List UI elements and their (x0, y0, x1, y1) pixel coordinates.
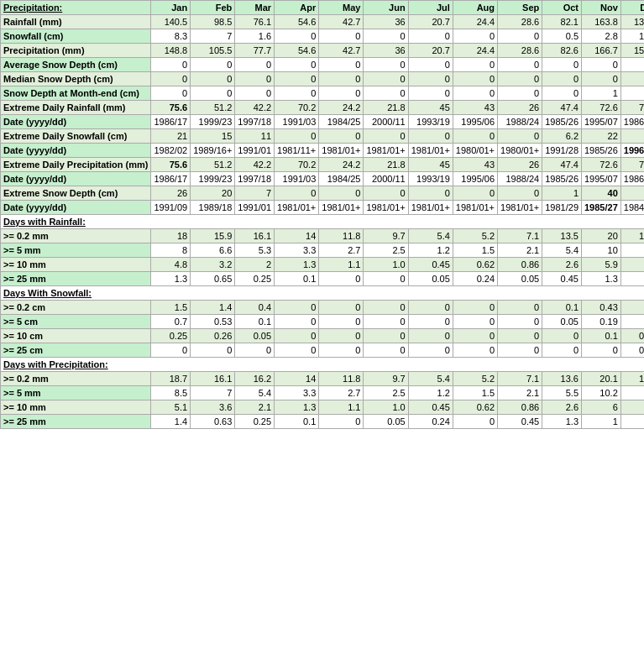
table-cell: 0 (498, 186, 542, 201)
table-cell: 0 (408, 343, 453, 358)
table-cell: 4.8 (620, 258, 644, 272)
table-cell: 1985/26 (582, 144, 621, 158)
table-cell: 11.8 (319, 229, 364, 243)
table-cell: 0 (275, 58, 319, 72)
row-label: >= 0.2 cm (1, 301, 151, 315)
row-label: Date (yyyy/dd) (1, 172, 151, 186)
row-label: Extreme Daily Rainfall (mm) (1, 101, 151, 115)
table-cell: 0.53 (191, 315, 235, 329)
table-cell: 1.2 (408, 243, 453, 258)
table-cell: 7 (191, 29, 235, 44)
table-cell: 1981/29 (542, 201, 582, 215)
table-cell: 1988/24 (498, 172, 542, 186)
table-cell: 0.05 (498, 272, 542, 286)
table-cell: 2.1 (620, 301, 644, 315)
table-cell: 5.4 (408, 372, 453, 386)
table-cell: 42.2 (235, 101, 275, 115)
table-cell: 20 (191, 186, 235, 201)
table-cell: 0 (453, 29, 497, 44)
table-cell: 0.43 (582, 301, 621, 315)
table-cell: 0 (498, 315, 542, 329)
table-cell: 75.6 (151, 158, 191, 172)
table-cell: 0.7 (151, 315, 191, 329)
table-cell: 0.05 (542, 315, 582, 329)
table-cell: 105.5 (191, 44, 235, 58)
table-cell: 5.9 (582, 258, 621, 272)
table-cell: 0 (542, 86, 582, 101)
table-cell: 163.8 (582, 15, 621, 29)
table-cell: 0 (275, 72, 319, 86)
table-cell: 13.3 (620, 29, 644, 44)
table-cell: 0 (319, 315, 364, 329)
row-label: Date (yyyy/dd) (1, 115, 151, 129)
table-cell: 28.6 (498, 44, 542, 58)
table-cell: 0 (453, 343, 497, 358)
table-cell: 43 (453, 101, 497, 115)
table-cell: 36 (364, 15, 408, 29)
table-cell: 0 (453, 415, 497, 429)
table-cell: 1991/01 (235, 144, 275, 158)
table-cell: 1.3 (582, 272, 621, 286)
table-cell: 3.6 (191, 400, 235, 415)
table-cell: 77.7 (235, 44, 275, 58)
table-cell: 26 (498, 158, 542, 172)
table-cell: 22 (582, 129, 621, 144)
table-cell: 82.6 (542, 44, 582, 58)
table-cell: 16.2 (235, 372, 275, 386)
col-header-may: May (319, 1, 364, 15)
row-label: >= 0.2 mm (1, 372, 151, 386)
table-cell: 11.8 (319, 372, 364, 386)
table-cell: 54.6 (275, 15, 319, 29)
table-cell: 0.65 (191, 272, 235, 286)
table-cell: 7 (191, 386, 235, 400)
table-cell: 0.25 (235, 415, 275, 429)
table-cell: 1981/01+ (364, 201, 408, 215)
table-cell: 0 (275, 186, 319, 201)
table-cell: 21.8 (364, 158, 408, 172)
table-cell: 0 (319, 29, 364, 44)
table-cell: 0 (542, 329, 582, 343)
table-cell: 2.5 (364, 243, 408, 258)
table-cell: 0.86 (498, 258, 542, 272)
table-cell: 1997/18 (235, 172, 275, 186)
table-cell: 1.3 (151, 272, 191, 286)
table-cell: 0 (364, 129, 408, 144)
table-cell: 51.2 (191, 101, 235, 115)
table-cell: 0 (582, 343, 621, 358)
table-cell: 42.7 (319, 15, 364, 29)
table-cell: 2 (235, 258, 275, 272)
table-cell: 1.0 (364, 258, 408, 272)
table-cell: 1999/23 (191, 172, 235, 186)
table-cell: 1991/01 (235, 201, 275, 215)
table-cell: 1984/30 (620, 201, 644, 215)
table-cell: 0 (498, 86, 542, 101)
table-cell: 0 (498, 29, 542, 44)
col-header-jun: Jun (364, 1, 408, 15)
table-cell: 1981/01+ (408, 144, 453, 158)
table-cell: 7.1 (498, 229, 542, 243)
table-cell: 24.2 (319, 101, 364, 115)
col-header-nov: Nov (582, 1, 621, 15)
table-cell: 5.2 (453, 229, 497, 243)
table-cell: 0 (319, 129, 364, 144)
table-cell: 0 (582, 72, 621, 86)
row-label: Snow Depth at Month-end (cm) (1, 86, 151, 101)
table-cell: 9 (620, 386, 644, 400)
row-label: >= 10 mm (1, 400, 151, 415)
table-cell: 70.2 (275, 101, 319, 115)
table-cell: 0.63 (191, 415, 235, 429)
table-cell: 5.4 (408, 229, 453, 243)
table-cell: 74.6 (620, 158, 644, 172)
table-cell: 2.1 (235, 400, 275, 415)
table-cell: 1995/07 (582, 115, 621, 129)
table-cell: 0 (191, 72, 235, 86)
table-cell: 0.45 (498, 415, 542, 429)
table-cell: 1980/01+ (453, 144, 497, 158)
table-cell: 0 (498, 129, 542, 144)
table-cell: 0.05 (235, 329, 275, 343)
table-cell: 0 (275, 329, 319, 343)
table-cell: 0 (364, 343, 408, 358)
table-cell: 10.2 (582, 386, 621, 400)
table-cell: 7.1 (498, 372, 542, 386)
table-cell: 2.8 (582, 29, 621, 44)
